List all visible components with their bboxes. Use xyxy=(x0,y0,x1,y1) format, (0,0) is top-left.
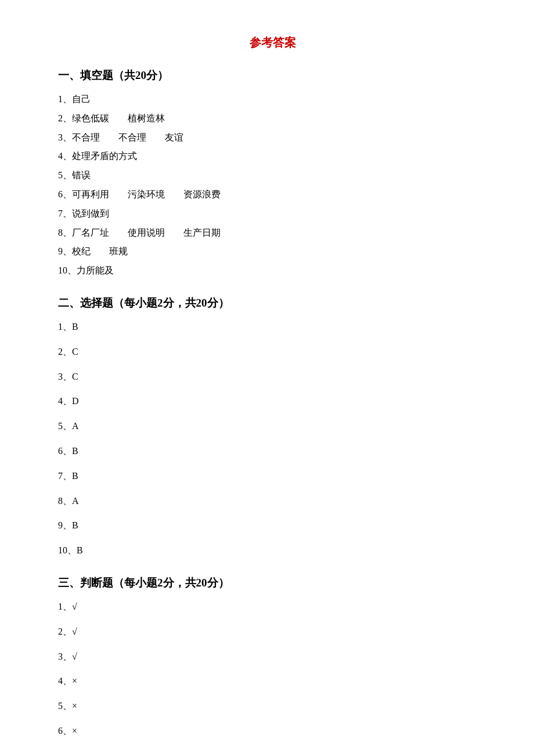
answer-item-s1-3: 3、不合理 不合理 友谊 xyxy=(58,129,488,146)
answer-item-s2-3: 3、C xyxy=(58,369,488,386)
section-heading-3: 三、判断题（每小题2分，共20分） xyxy=(58,575,488,591)
answer-item-s1-1: 1、自己 xyxy=(58,91,488,108)
answer-item-s1-5: 5、错误 xyxy=(58,167,488,184)
answer-item-s2-8: 8、A xyxy=(58,493,488,510)
answer-item-s1-7: 7、说到做到 xyxy=(58,206,488,222)
section-heading-1: 一、填空题（共20分） xyxy=(58,68,488,83)
answer-item-s1-9: 9、校纪 班规 xyxy=(58,243,488,260)
answer-item-s2-5: 5、A xyxy=(58,418,488,435)
answer-item-s3-1: 1、√ xyxy=(58,599,488,615)
answer-item-s3-6: 6、× xyxy=(58,723,488,740)
answer-item-s3-2: 2、√ xyxy=(58,624,488,640)
page-title: 参考答案 xyxy=(58,35,488,51)
answer-item-s2-2: 2、C xyxy=(58,344,488,361)
answer-item-s1-2: 2、绿色低碳 植树造林 xyxy=(58,110,488,127)
answer-item-s3-4: 4、× xyxy=(58,673,488,690)
answer-item-s1-10: 10、力所能及 xyxy=(58,262,488,279)
answer-item-s2-10: 10、B xyxy=(58,542,488,559)
answer-item-s3-3: 3、√ xyxy=(58,649,488,665)
answer-item-s2-6: 6、B xyxy=(58,443,488,460)
answer-item-s1-6: 6、可再利用 污染环境 资源浪费 xyxy=(58,186,488,203)
answer-item-s1-8: 8、厂名厂址 使用说明 生产日期 xyxy=(58,225,488,242)
answer-item-s3-5: 5、× xyxy=(58,698,488,715)
answer-item-s1-4: 4、处理矛盾的方式 xyxy=(58,148,488,165)
section-heading-2: 二、选择题（每小题2分，共20分） xyxy=(58,296,488,311)
answer-item-s2-1: 1、B xyxy=(58,319,488,336)
answer-item-s2-4: 4、D xyxy=(58,393,488,410)
answer-item-s2-7: 7、B xyxy=(58,468,488,485)
answer-item-s2-9: 9、B xyxy=(58,517,488,534)
